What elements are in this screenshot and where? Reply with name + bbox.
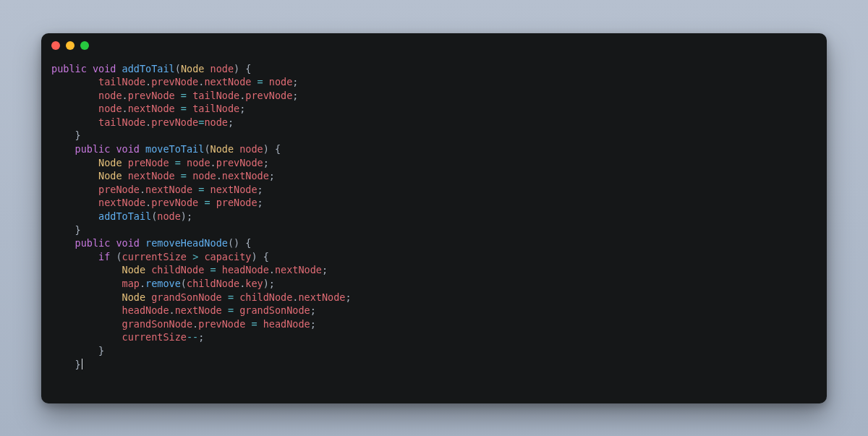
code-token: Node [98, 170, 122, 181]
code-line: Node childNode = headNode.nextNode; [51, 264, 328, 275]
code-line: currentSize--; [51, 331, 204, 343]
code-token: nextNode [128, 170, 175, 181]
code-token: > [192, 251, 198, 262]
code-token: node [239, 143, 263, 155]
code-token: nextNode [98, 197, 145, 208]
code-token: key [245, 278, 263, 289]
code-token: grandSonNode [239, 304, 310, 316]
code-token: node [210, 63, 234, 74]
code-line: public void removeHeadNode() { [51, 237, 251, 249]
code-token: . [269, 264, 275, 275]
code-token: capacity [204, 251, 251, 262]
code-line: public void addToTail(Node node) { [51, 63, 251, 74]
code-line: addToTail(node); [51, 210, 192, 222]
code-token: nextNode [275, 264, 322, 275]
code-token: Node [98, 157, 122, 168]
code-token: ; [239, 103, 245, 114]
code-token: . [210, 157, 216, 168]
code-token: void [93, 63, 116, 74]
code-token: = [251, 318, 257, 330]
code-line: tailNode.prevNode=node; [51, 116, 234, 128]
code-token: { [245, 237, 251, 249]
code-token: . [122, 90, 128, 101]
code-token: ( [228, 237, 234, 249]
code-token: addToTail [122, 63, 175, 74]
code-token: ; [258, 184, 263, 195]
code-token: . [145, 76, 151, 87]
code-line: nextNode.prevNode = preNode; [51, 197, 263, 208]
code-window: public void addToTail(Node node) { tailN… [41, 33, 827, 403]
code-token: ; [258, 197, 263, 208]
code-token: nextNode [210, 184, 258, 195]
code-token: if [98, 251, 110, 262]
code-token: preNode [128, 157, 169, 168]
code-token: . [122, 103, 128, 114]
code-token: childNode [151, 264, 204, 275]
code-token: public [75, 237, 111, 249]
code-token: preNode [98, 184, 140, 195]
maximize-icon[interactable] [80, 41, 89, 50]
code-token: -- [187, 331, 198, 343]
code-token: preNode [216, 197, 258, 208]
code-token: ) [181, 210, 187, 222]
code-token: prevNode [198, 318, 245, 330]
code-token: public [75, 143, 111, 155]
code-token: node [192, 170, 216, 181]
code-token: nextNode [145, 184, 192, 195]
code-token: { [263, 251, 269, 262]
code-token: remove [145, 278, 181, 289]
code-token: currentSize [122, 331, 187, 343]
code-token: ) [263, 278, 269, 289]
code-line: public void moveToTail(Node node) { [51, 143, 281, 155]
code-token: Node [122, 264, 146, 275]
code-token: ( [116, 251, 122, 262]
code-token: prevNode [128, 90, 175, 101]
code-token: ) [263, 143, 269, 155]
code-token: ( [204, 143, 210, 155]
code-token: = [258, 76, 263, 87]
code-token: = [181, 103, 187, 114]
code-token: node [157, 210, 181, 222]
code-token: childNode [239, 291, 292, 303]
code-token: . [192, 318, 198, 330]
code-token: Node [210, 143, 234, 155]
code-token: . [140, 184, 145, 195]
code-token: map [122, 278, 140, 289]
code-token: = [181, 90, 187, 101]
code-token: nextNode [204, 76, 251, 87]
code-token: node [187, 157, 210, 168]
code-line: Node preNode = node.prevNode; [51, 157, 269, 168]
code-token: = [204, 197, 210, 208]
code-token: node [98, 103, 122, 114]
code-token: ) [251, 251, 257, 262]
code-token: node [269, 76, 293, 87]
code-token: prevNode [151, 76, 198, 87]
code-token: { [245, 63, 251, 74]
code-token: nextNode [222, 170, 269, 181]
code-token: nextNode [175, 304, 222, 316]
code-line: } [51, 129, 81, 141]
code-token: { [275, 143, 281, 155]
code-token: ; [292, 90, 298, 101]
code-token: prevNode [151, 116, 198, 128]
code-line: preNode.nextNode = nextNode; [51, 184, 263, 195]
code-token: headNode [222, 264, 269, 275]
code-token: prevNode [245, 90, 292, 101]
code-token: ) [234, 237, 239, 249]
code-line: node.nextNode = tailNode; [51, 103, 245, 114]
code-token: = [210, 264, 216, 275]
code-token: ; [263, 157, 269, 168]
minimize-icon[interactable] [66, 41, 75, 50]
code-token: ( [175, 63, 181, 74]
code-token: moveToTail [145, 143, 204, 155]
code-token: grandSonNode [151, 291, 222, 303]
code-token: tailNode [192, 90, 239, 101]
code-token: headNode [263, 318, 310, 330]
code-line: Node nextNode = node.nextNode; [51, 170, 275, 181]
code-editor[interactable]: public void addToTail(Node node) { tailN… [41, 58, 827, 403]
code-token: . [145, 197, 151, 208]
code-line: } [51, 359, 82, 370]
close-icon[interactable] [51, 41, 60, 50]
code-token: = [228, 304, 234, 316]
code-token: = [175, 157, 181, 168]
